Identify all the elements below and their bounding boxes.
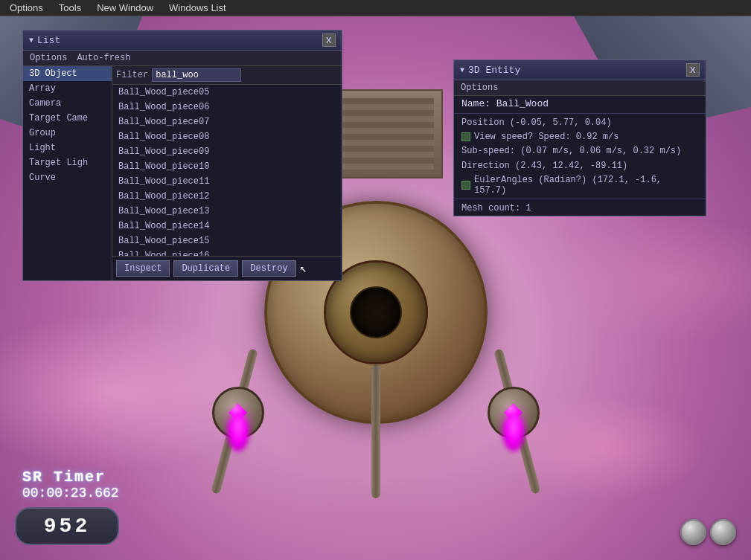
- timer-panel: SR Timer 00:00:23.662: [22, 469, 119, 501]
- list-title: ▼ List: [29, 35, 60, 46]
- flame-glow-left: [220, 399, 257, 444]
- object-item-4[interactable]: Ball_Wood_piece09: [112, 144, 342, 159]
- type-list: 3D Object Array Camera Target Came Group…: [23, 66, 112, 280]
- thruster-left: [212, 387, 264, 439]
- destroy-button[interactable]: Destroy: [242, 260, 295, 277]
- menu-options[interactable]: Options: [4, 1, 49, 15]
- action-bar: Inspect Duplicate Destroy ↖: [112, 256, 342, 280]
- type-item-targetligh[interactable]: Target Ligh: [23, 155, 112, 170]
- euler-checkbox[interactable]: [461, 181, 470, 190]
- leg-center: [371, 364, 380, 498]
- object-item-1[interactable]: Ball_Wood_piece06: [112, 100, 342, 115]
- entity-viewspeed-row: View speed? Speed: 0.92 m/s: [454, 130, 706, 144]
- object-item-8[interactable]: Ball_Wood_piece13: [112, 204, 342, 219]
- type-item-camera[interactable]: Camera: [23, 96, 112, 111]
- object-item-2[interactable]: Ball_Wood_piece07: [112, 115, 342, 129]
- list-title-arrow: ▼: [29, 36, 33, 45]
- entity-euler-label: EulerAngles (Radian?) (172.1, -1.6, 157.…: [474, 175, 698, 196]
- list-close-button[interactable]: x: [322, 33, 336, 47]
- entity-meshcount: Mesh count: 1: [454, 201, 706, 216]
- viewspeed-checkbox[interactable]: [461, 132, 470, 141]
- list-menu-autofresh[interactable]: Auto-fresh: [74, 52, 133, 64]
- type-item-light[interactable]: Light: [23, 141, 112, 155]
- type-item-group[interactable]: Group: [23, 126, 112, 141]
- ball-sphere-2: [710, 519, 736, 545]
- object-item-5[interactable]: Ball_Wood_piece10: [112, 159, 342, 174]
- entity-window: ▼ 3D Entity x Options Name: Ball_Wood Po…: [453, 59, 706, 216]
- ball-sphere-1: [680, 519, 706, 545]
- entity-subspeed: Sub-speed: (0.07 m/s, 0.06 m/s, 0.32 m/s…: [454, 144, 706, 158]
- filter-row: Filter: [112, 66, 342, 85]
- entity-title-text: 3D Entity: [468, 65, 520, 76]
- list-menu-options[interactable]: Options: [27, 52, 70, 64]
- object-item-0[interactable]: Ball_Wood_piece05: [112, 85, 342, 100]
- object-item-6[interactable]: Ball_Wood_piece11: [112, 174, 342, 189]
- menu-new-window[interactable]: New Window: [91, 1, 159, 15]
- thruster-right: [488, 387, 540, 439]
- menu-tools[interactable]: Tools: [53, 1, 87, 15]
- entity-menu-options[interactable]: Options: [458, 82, 501, 94]
- inspect-button[interactable]: Inspect: [116, 260, 170, 277]
- duplicate-button[interactable]: Duplicate: [173, 260, 238, 277]
- filter-label: Filter: [116, 70, 148, 80]
- object-list[interactable]: Ball_Wood_piece05 Ball_Wood_piece06 Ball…: [112, 85, 342, 256]
- type-item-array[interactable]: Array: [23, 81, 112, 96]
- timer-value: 00:00:23.662: [22, 486, 119, 501]
- flame-glow-right: [495, 399, 532, 444]
- filter-input[interactable]: [152, 68, 241, 82]
- entity-direction: Direction (2.43, 12.42, -89.11): [454, 158, 706, 173]
- list-menubar: Options Auto-fresh: [23, 51, 342, 66]
- object-item-9[interactable]: Ball_Wood_piece14: [112, 219, 342, 234]
- entity-title: ▼ 3D Entity: [460, 65, 520, 76]
- timer-label: SR Timer: [22, 469, 119, 486]
- type-item-targetcame[interactable]: Target Came: [23, 111, 112, 126]
- menu-windows-list[interactable]: Windows List: [163, 1, 232, 15]
- object-item-3[interactable]: Ball_Wood_piece08: [112, 129, 342, 144]
- list-titlebar: ▼ List x: [23, 30, 342, 51]
- type-item-curve[interactable]: Curve: [23, 170, 112, 185]
- object-item-7[interactable]: Ball_Wood_piece12: [112, 189, 342, 204]
- entity-titlebar: ▼ 3D Entity x: [454, 60, 706, 80]
- object-panel: Filter Ball_Wood_piece05 Ball_Wood_piece…: [112, 66, 342, 280]
- list-window: ▼ List x Options Auto-fresh 3D Object Ar…: [22, 30, 342, 281]
- list-content: 3D Object Array Camera Target Came Group…: [23, 66, 342, 280]
- entity-title-arrow: ▼: [460, 66, 464, 74]
- score-value: 952: [39, 515, 95, 538]
- entity-name: Name: Ball_Wood: [454, 96, 706, 112]
- list-title-text: List: [37, 35, 60, 46]
- menu-bar: Options Tools New Window Windows List: [0, 0, 751, 16]
- object-item-11[interactable]: Ball_Wood_piece16: [112, 248, 342, 256]
- entity-menubar: Options: [454, 80, 706, 96]
- score-panel: 952: [15, 507, 119, 545]
- cursor-arrow-icon: ↖: [300, 261, 307, 276]
- entity-euler-row: EulerAngles (Radian?) (172.1, -1.6, 157.…: [454, 173, 706, 197]
- entity-position: Position (-0.05, 5.77, 0.04): [454, 115, 706, 130]
- entity-viewspeed-label: View speed? Speed: 0.92 m/s: [474, 132, 619, 142]
- entity-close-button[interactable]: x: [686, 63, 700, 77]
- object-item-10[interactable]: Ball_Wood_piece15: [112, 234, 342, 248]
- type-item-3dobject[interactable]: 3D Object: [23, 66, 112, 81]
- ball-indicator: [680, 519, 736, 545]
- inner-tunnel: [350, 286, 402, 338]
